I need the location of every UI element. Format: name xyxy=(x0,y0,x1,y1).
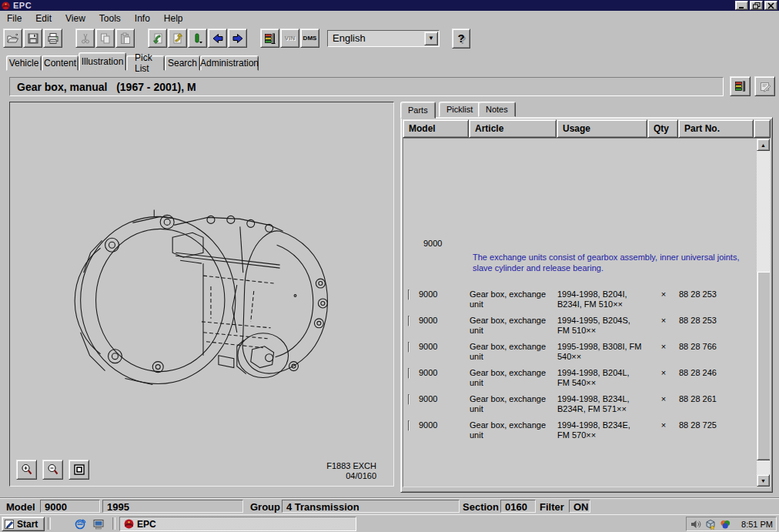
column-header-article[interactable]: Article xyxy=(469,119,557,138)
minimize-button[interactable] xyxy=(735,1,748,10)
taskbar: Start EPC 8:51 PM xyxy=(0,514,779,532)
parts-row[interactable]: 9000 Gear box, exchange unit 1995-1998, … xyxy=(403,340,757,366)
parts-row[interactable]: 9000 Gear box, exchange unit 1994-1998, … xyxy=(403,288,757,314)
paste-button[interactable] xyxy=(115,28,135,48)
cell-article: Gear box, exchange unit xyxy=(470,314,557,340)
parts-panel: Parts Picklist Notes Model Article Usage… xyxy=(399,102,774,493)
taskbar-epc-label: EPC xyxy=(137,519,156,530)
tab-illustration[interactable]: Illustration xyxy=(79,52,126,71)
column-header-model[interactable]: Model xyxy=(403,119,469,138)
filter-traffic-light-button[interactable] xyxy=(260,28,279,48)
menu-tools[interactable]: Tools xyxy=(92,12,128,25)
internet-explorer-icon xyxy=(74,518,86,530)
dms-button[interactable]: DMS xyxy=(300,28,319,48)
row-checkbox[interactable] xyxy=(408,316,410,326)
illustration-filter-button[interactable] xyxy=(730,76,751,96)
status-filter-value: ON xyxy=(569,500,590,513)
cell-qty: × xyxy=(648,340,679,366)
row-checkbox[interactable] xyxy=(408,289,410,300)
toolbar: VIN DMS English ▼ ? xyxy=(0,26,779,50)
menu-view[interactable]: View xyxy=(59,12,92,25)
previous-picture-button[interactable] xyxy=(148,28,167,48)
taskbar-clock: 8:51 PM xyxy=(741,520,773,529)
combo-arrow-icon[interactable]: ▼ xyxy=(424,32,438,45)
illustration-ref-section: 04/0160 xyxy=(326,471,376,481)
previous-arrow-button[interactable] xyxy=(208,28,227,48)
cell-part-no: 88 28 261 xyxy=(679,393,754,419)
parts-scrollbar[interactable]: ▲ ▼ xyxy=(757,139,770,487)
tab-notes[interactable]: Notes xyxy=(478,102,516,117)
tab-picklist[interactable]: Picklist xyxy=(439,102,480,117)
illustration-reference: F1883 EXCH 04/0160 xyxy=(326,461,376,481)
print-button[interactable] xyxy=(43,28,62,48)
cell-usage: 1994-1998, B204I, B234I, FM 510×× xyxy=(557,288,648,314)
cell-part-no: 88 28 253 xyxy=(679,288,754,314)
marker-dropdown-button[interactable] xyxy=(188,28,207,48)
quick-launch-channels[interactable] xyxy=(0,517,18,531)
cell-model: 9000 xyxy=(419,288,470,314)
parts-table-header: Model Article Usage Qty Part No. xyxy=(403,119,771,138)
tab-vehicle[interactable]: Vehicle xyxy=(6,55,42,71)
volume-icon[interactable] xyxy=(690,518,702,530)
taskbar-epc-button[interactable]: EPC xyxy=(119,517,356,531)
next-arrow-button[interactable] xyxy=(228,28,247,48)
parts-row[interactable]: 9000 Gear box, exchange unit 1994-1998, … xyxy=(403,393,757,419)
cell-model: 9000 xyxy=(419,340,470,366)
cell-model: 9000 xyxy=(419,366,470,393)
group-note: The exchange units consist of gearbox as… xyxy=(473,252,759,273)
tab-administration[interactable]: Administration xyxy=(200,55,259,71)
tab-content[interactable]: Content xyxy=(42,55,79,71)
scrollbar-thumb[interactable] xyxy=(757,271,771,460)
edit-notes-button[interactable] xyxy=(754,76,775,96)
cell-article: Gear box, exchange unit xyxy=(470,288,557,314)
saab-logo-icon xyxy=(124,519,134,529)
menu-info[interactable]: Info xyxy=(128,12,157,25)
quick-launch-internet-explorer[interactable] xyxy=(71,517,89,531)
column-header-usage[interactable]: Usage xyxy=(557,119,647,138)
row-checkbox[interactable] xyxy=(408,368,410,379)
load-picture-button[interactable] xyxy=(168,28,187,48)
tab-parts[interactable]: Parts xyxy=(400,102,436,119)
menu-edit[interactable]: Edit xyxy=(28,12,59,25)
vin-button[interactable]: VIN xyxy=(280,28,299,48)
zoom-in-button[interactable] xyxy=(16,460,37,480)
illustration-ref-code: F1883 EXCH xyxy=(326,461,376,471)
quick-launch-show-desktop[interactable] xyxy=(89,517,108,531)
zoom-out-button[interactable] xyxy=(42,460,63,480)
parts-row[interactable]: 9000 Gear box, exchange unit 1994-1998, … xyxy=(403,366,757,393)
save-button[interactable] xyxy=(23,28,42,48)
menu-help[interactable]: Help xyxy=(157,12,190,25)
status-year-value: 1995 xyxy=(102,500,243,513)
restore-button[interactable] xyxy=(750,1,763,10)
cell-article: Gear box, exchange unit xyxy=(470,393,557,419)
cell-article: Gear box, exchange unit xyxy=(470,340,557,366)
column-header-qty[interactable]: Qty xyxy=(647,119,678,138)
illustration-panel: F1883 EXCH 04/0160 xyxy=(9,102,394,487)
close-button[interactable] xyxy=(764,1,777,10)
tab-search[interactable]: Search xyxy=(165,55,200,71)
scheduler-cube-icon[interactable] xyxy=(704,518,717,530)
menu-bar: File Edit View Tools Info Help xyxy=(0,11,779,26)
language-select[interactable]: English ▼ xyxy=(327,30,440,47)
scrollbar-down-icon[interactable]: ▼ xyxy=(757,474,770,487)
menu-file[interactable]: File xyxy=(0,12,28,25)
title-bar: EPC xyxy=(0,0,779,11)
display-settings-icon[interactable] xyxy=(719,518,731,530)
tab-pick-list[interactable]: Pick List xyxy=(126,55,165,71)
parts-table: Model Article Usage Qty Part No. 9000 Th… xyxy=(400,117,773,493)
open-button[interactable] xyxy=(3,28,22,48)
parts-row[interactable]: 9000 Gear box, exchange unit 1994-1995, … xyxy=(403,314,757,340)
help-button[interactable]: ? xyxy=(452,28,470,49)
cell-article: Gear box, exchange unit xyxy=(470,419,557,445)
desktop-icon xyxy=(92,518,105,530)
screen: { "colors":{"title_navy":"#15154d","note… xyxy=(0,0,779,532)
cut-button[interactable] xyxy=(75,28,95,48)
row-checkbox[interactable] xyxy=(408,420,410,431)
parts-row[interactable]: 9000 Gear box, exchange unit 1994-1998, … xyxy=(403,419,757,445)
copy-button[interactable] xyxy=(95,28,115,48)
zoom-reset-button[interactable] xyxy=(69,460,89,480)
scrollbar-up-icon[interactable]: ▲ xyxy=(757,139,770,151)
column-header-part-no[interactable]: Part No. xyxy=(678,119,754,138)
row-checkbox[interactable] xyxy=(408,394,410,405)
row-checkbox[interactable] xyxy=(408,342,410,353)
